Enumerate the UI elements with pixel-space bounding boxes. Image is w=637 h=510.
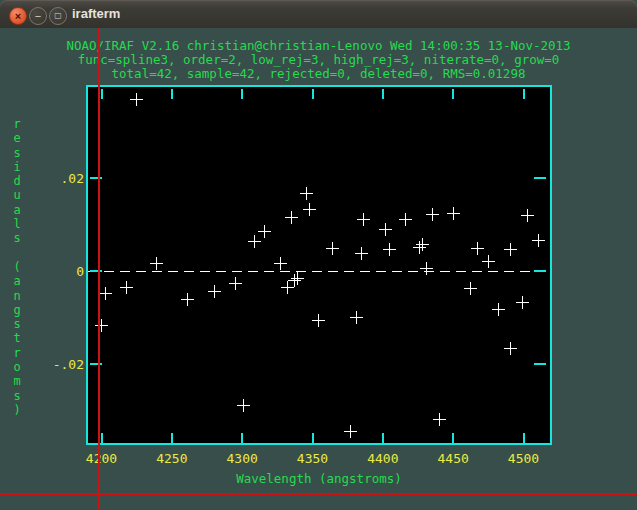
x-tick-label: 4450 xyxy=(430,452,476,465)
data-point-marker xyxy=(471,242,484,255)
data-point-marker xyxy=(326,242,339,255)
x-tick-mark xyxy=(312,89,314,99)
x-tick-mark xyxy=(382,433,384,443)
x-tick-mark xyxy=(241,433,243,443)
data-point-marker xyxy=(447,207,460,220)
y-tick-label: .02 xyxy=(38,172,84,185)
y-tick-mark xyxy=(90,177,102,179)
data-point-marker xyxy=(300,187,313,200)
x-tick-mark xyxy=(171,89,173,99)
data-point-marker xyxy=(285,211,298,224)
maximize-button[interactable]: ▢ xyxy=(49,7,67,25)
data-point-marker xyxy=(420,262,433,275)
data-point-marker xyxy=(521,209,534,222)
irafterm-window: × − ▢ irafterm NOAO/IRAF V2.16 christian… xyxy=(0,0,637,510)
x-tick-label: 4400 xyxy=(360,452,406,465)
data-point-marker xyxy=(492,303,505,316)
data-point-marker xyxy=(312,314,325,327)
data-point-marker xyxy=(399,213,412,226)
data-point-marker xyxy=(379,223,392,236)
minimize-button[interactable]: − xyxy=(29,7,47,25)
y-tick-label: -.02 xyxy=(38,358,84,371)
y-tick-mark xyxy=(90,270,102,272)
x-tick-mark xyxy=(101,89,103,99)
data-point-marker xyxy=(464,282,477,295)
data-point-marker xyxy=(350,311,363,324)
y-tick-mark xyxy=(90,363,102,365)
x-tick-mark xyxy=(452,89,454,99)
data-point-marker xyxy=(130,93,143,106)
data-point-marker xyxy=(291,272,304,285)
data-point-marker xyxy=(229,277,242,290)
status-line: func=spline3, order=2, low_rej=3, high_r… xyxy=(0,53,637,67)
x-tick-label: 4300 xyxy=(219,452,265,465)
data-point-marker xyxy=(426,208,439,221)
graphics-screen[interactable]: NOAO/IRAF V2.16 christian@christian-Leno… xyxy=(0,28,637,510)
x-tick-mark xyxy=(171,433,173,443)
y-tick-mark xyxy=(534,177,546,179)
x-tick-mark xyxy=(452,433,454,443)
x-tick-mark xyxy=(101,433,103,443)
data-point-marker xyxy=(482,255,495,268)
data-point-marker xyxy=(248,235,261,248)
y-tick-label: 0 xyxy=(38,265,84,278)
data-point-marker xyxy=(208,285,221,298)
data-point-marker xyxy=(504,243,517,256)
x-tick-label: 4200 xyxy=(79,452,125,465)
window-title: irafterm xyxy=(72,6,120,21)
data-point-marker xyxy=(99,287,112,300)
crosshair-horizontal-line xyxy=(0,493,637,495)
data-point-marker xyxy=(303,203,316,216)
data-point-marker xyxy=(237,399,250,412)
data-point-marker xyxy=(95,319,108,332)
status-header: NOAO/IRAF V2.16 christian@christian-Leno… xyxy=(0,39,637,81)
status-line: NOAO/IRAF V2.16 christian@christian-Leno… xyxy=(0,39,637,53)
zero-residual-dashed-line xyxy=(88,271,550,272)
maximize-icon: ▢ xyxy=(54,12,62,20)
crosshair-vertical-line xyxy=(98,28,100,510)
data-point-marker xyxy=(355,247,368,260)
y-tick-mark xyxy=(534,270,546,272)
x-tick-label: 4250 xyxy=(149,452,195,465)
data-point-marker xyxy=(274,257,287,270)
y-axis-title: r e s i d u a l s ( a n g s t r o m s ) xyxy=(9,117,25,417)
data-point-marker xyxy=(344,425,357,438)
x-tick-mark xyxy=(523,89,525,99)
data-point-marker xyxy=(357,213,370,226)
data-point-marker xyxy=(532,234,545,247)
close-icon: × xyxy=(15,11,21,22)
status-line: total=42, sample=42, rejected=0, deleted… xyxy=(0,67,637,81)
data-point-marker xyxy=(504,342,517,355)
x-tick-mark xyxy=(312,433,314,443)
data-point-marker xyxy=(181,293,194,306)
y-tick-mark xyxy=(534,363,546,365)
data-point-marker xyxy=(433,413,446,426)
data-point-marker xyxy=(383,243,396,256)
x-tick-label: 4500 xyxy=(501,452,547,465)
x-tick-label: 4350 xyxy=(290,452,336,465)
title-bar[interactable]: × − ▢ irafterm xyxy=(0,0,637,29)
x-tick-mark xyxy=(382,89,384,99)
data-point-marker xyxy=(150,257,163,270)
data-point-marker xyxy=(416,238,429,251)
data-point-marker xyxy=(516,296,529,309)
x-tick-mark xyxy=(523,433,525,443)
x-axis-title: Wavelength (angstroms) xyxy=(86,471,552,486)
close-button[interactable]: × xyxy=(9,7,27,25)
plot-area[interactable] xyxy=(86,85,552,445)
data-point-marker xyxy=(120,281,133,294)
x-tick-mark xyxy=(241,89,243,99)
minimize-icon: − xyxy=(35,11,41,22)
